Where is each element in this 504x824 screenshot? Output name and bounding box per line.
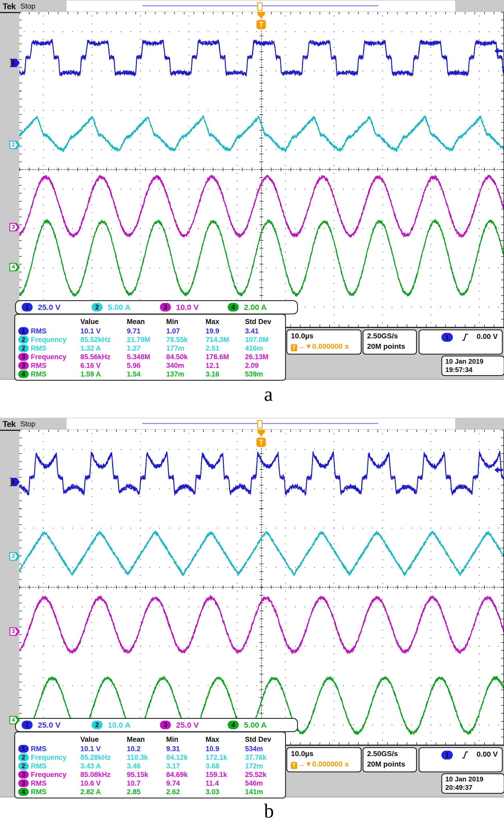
ch2-trace [19,532,503,575]
channel-4-badge: 4 [228,721,239,729]
channel-1-badge: 1 [22,721,33,729]
channel-2-scale-readout: 25.00 A [92,301,157,314]
measurement-cell: 25.52k [245,771,267,779]
trigger-level: 0.00 V [477,332,498,341]
measurement-cell: 546m [245,779,263,788]
measurement-row-label: RMS [31,779,46,788]
measurement-row-channel-badge: 2 [18,753,29,761]
measurement-cell: 26.13M [245,353,268,361]
ch3-trace [19,596,503,653]
channel-2-scale-value: 5.00 A [108,303,130,312]
measurement-cell: 2.09 [245,362,259,370]
channel-2-badge: 2 [92,303,103,311]
measurement-row-label: RMS [31,327,46,335]
measurement-cell: 3.46 [127,762,141,770]
scope-header: Tek Stop [0,418,504,431]
measurement-cell: 95.15k [127,771,148,779]
time-text: 19:57:34 [445,366,473,374]
record-trigger-bracket [257,2,262,11]
measurement-col-header: Max [206,318,219,326]
channel-2-scale-value: 10.0 A [108,721,130,729]
measurement-col-header: Std Dev [245,318,271,326]
channel-2-scale-readout: 210.0 A [92,719,157,731]
subfigure-caption-b: b [264,800,274,822]
measurement-cell: 3.03 [206,788,219,796]
waveform-traces [19,12,503,327]
acquisition-box: 2.50GS/s 20M points [363,747,417,772]
channel-scale-bar: 125.0 V25.00 A310.0 V42.00 A [15,300,298,314]
measurement-cell: 3.41 [245,327,259,335]
timebase-position: T→▼0.000000 s [291,760,349,769]
channel-3-zero-marker: 3 [9,223,20,231]
measurement-cell: 1.32 A [80,344,101,352]
channel-1-badge: 1 [22,303,33,311]
trigger-t-badge: T [256,438,266,447]
measurement-row-channel-badge: 3 [18,362,29,370]
measurement-cell: 534m [245,745,263,753]
measurement-cell: 2.85 [127,788,141,796]
ch1-trace [19,41,503,75]
measurement-col-header: Value [80,318,99,326]
timebase-box: 10.0µs T→▼0.000000 s [286,329,362,354]
channel-4-scale-value: 2.00 A [244,303,267,312]
channel-1-scale-value: 25.0 V [38,721,60,729]
trigger-box: 1 0.00 V [419,329,503,354]
measurement-cell: 2.62 [166,788,180,796]
channel-3-zero-marker: 3 [9,627,20,636]
acquisition-status: Stop [20,420,35,428]
channel-1-zero-marker: 1 [9,59,20,67]
measurement-row-label: Frequency [31,753,67,761]
measurement-cell: 3.43 A [80,762,101,770]
measurement-cell: 178.6M [206,353,229,361]
measurement-row-label: Frequency [31,353,67,361]
tpos-pointer: ▼ [305,342,312,350]
measurement-cell: 1.27 [127,344,141,352]
measurement-table: ValueMeanMinMaxStd Dev1RMS10.1 V9.711.07… [14,314,286,381]
measurement-row-channel-badge: 4 [18,788,29,796]
sample-rate: 2.50GS/s [367,749,398,758]
measurement-cell: 172.1k [206,753,227,761]
oscilloscope-screenshot-b: Tek Stop T 125.0 V210.0 A325.0 V45.00 A … [0,418,504,797]
channel-1-zero-marker: 1 [9,478,20,486]
measurement-cell: 2.82 A [80,788,101,796]
tek-logo: Tek [3,2,16,11]
ch3-trace [19,596,503,653]
channel-1-scale-readout: 125.0 V [22,719,87,731]
measurement-cell: 714.3M [206,336,229,344]
measurement-row-label: Frequency [31,771,67,779]
trigger-t-badge: T [256,20,266,29]
ch1-trace [19,451,503,495]
measurement-cell: 539m [245,370,263,378]
ch4-trace [19,220,503,296]
measurement-row-label: RMS [31,362,46,370]
measurement-cell: 107.0M [245,336,268,344]
datetime-box: 10 Jan 2019 20:49:37 [442,774,504,794]
measurement-row-channel-badge: 1 [18,327,29,335]
marker-number: 3 [9,628,17,635]
tpos-arrow: → [298,760,305,768]
channel-2-zero-marker: 2 [9,141,20,149]
measurement-cell: 84.69k [166,771,188,779]
measurement-cell: 159.1k [206,771,227,779]
record-length: 20M points [367,342,405,351]
measurement-cell: 1.54 [127,370,141,378]
ch1-trace [19,40,503,76]
marker-number: 4 [9,264,17,270]
measurement-col-header: Std Dev [245,735,271,743]
measurement-col-header: Value [80,735,99,743]
measurement-cell: 340m [166,362,184,370]
measurement-row-label: RMS [31,370,46,378]
measurement-cell: 84.50k [166,353,188,361]
marker-number: 2 [9,141,17,148]
measurement-table: ValueMeanMinMaxStd Dev1RMS10.1 V10.29.31… [14,732,286,798]
channel-4-scale-value: 5.00 A [244,721,267,729]
oscilloscope-screenshot-a: Tek Stop T 125.0 V25.00 A310.0 V42.00 A … [0,0,504,380]
trigger-pos-icon: T [291,344,297,351]
date-text: 10 Jan 2019 [445,775,483,783]
marker-number: 2 [9,553,17,559]
sample-rate: 2.50GS/s [367,332,398,340]
record-trigger-bracket [257,420,262,428]
measurement-cell: 9.31 [166,745,180,753]
graticule: T [19,12,504,328]
measurement-cell: 10.7 [127,779,141,788]
